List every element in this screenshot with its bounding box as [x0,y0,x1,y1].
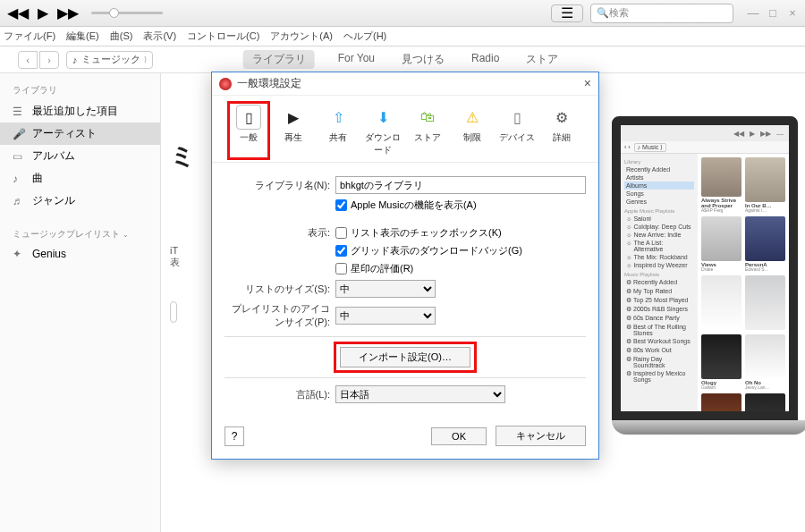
menu-file[interactable]: ファイル(F) [4,30,55,43]
tab-playback[interactable]: ▶再生 [275,105,311,156]
tab-devices[interactable]: ▯デバイス [499,105,535,156]
dialog-title: 一般環境設定 [237,76,301,91]
ok-button[interactable]: OK [431,427,487,445]
playlist-icon-size-label: プレイリストのアイコンサイズ(P): [225,302,335,329]
mini-album [701,275,741,331]
window-close[interactable]: × [785,6,800,20]
tab-advanced[interactable]: ⚙詳細 [544,105,580,156]
sidebar-header-library: ライブラリ [0,80,160,100]
grid-badge-option[interactable]: グリッド表示のダウンロードバッジ(G) [335,244,522,258]
display-label: 表示: [225,226,335,240]
forward-button[interactable]: › [39,51,59,69]
mini-sidebar: Library Recently Added Artists Albums So… [621,154,698,411]
menu-song[interactable]: 曲(S) [110,30,133,43]
sidebar-header-playlists: ミュージックプレイリスト ⌄ [0,224,160,244]
mini-album: MUMFORD & SONS [701,393,741,411]
next-track-icon[interactable]: ▶▶ [57,4,79,21]
menu-edit[interactable]: 編集(E) [66,30,99,43]
view-mode-button[interactable]: ☰ [551,4,583,22]
back-button[interactable]: ‹ [18,51,38,69]
list-icon: ☰ [13,106,25,118]
menu-account[interactable]: アカウント(A) [270,30,333,43]
mini-album [745,275,785,331]
music-icon: ♪ [72,55,78,65]
sidebar-item-artist[interactable]: 🎤アーティスト [0,122,160,145]
sidebar: ライブラリ ☰最近追加した項目 🎤アーティスト ▭アルバム ♪曲 ♬ジャンル ミ… [0,73,161,532]
mini-album: PersonAEdward S… [745,216,785,272]
prev-track-icon[interactable]: ◀◀ [7,4,29,21]
sidebar-item-genius[interactable]: ✦Genius [0,244,160,264]
language-select[interactable]: 日本語 [335,385,505,403]
guitar-icon: ♬ [13,195,25,207]
tab-library[interactable]: ライブラリ [243,50,315,69]
dialog-close-button[interactable]: × [584,76,591,90]
tab-radio[interactable]: Radio [468,50,503,69]
tab-store[interactable]: 🛍ストア [410,105,445,156]
media-type-dropdown[interactable]: ♪ ミュージック ⟩ [66,51,153,69]
tab-foryou[interactable]: For You [335,50,378,69]
list-checkbox-option[interactable]: リスト表示のチェックボックス(K) [335,226,502,240]
menu-help[interactable]: ヘルプ(H) [343,30,386,43]
menu-control[interactable]: コントロール(C) [187,30,259,43]
mic-icon: 🎤 [13,128,25,140]
mini-album: OlogyGallant [701,334,741,390]
laptop-preview: ◀◀ ▶ ▶▶ — ‹ › ♪ Music ⟩ Library Recently… [612,116,805,435]
language-label: 言語(L): [225,388,335,401]
tab-restrictions[interactable]: ⚠制限 [454,105,490,156]
search-input[interactable]: 🔍 検索 [590,4,733,23]
playlist-icon-size-select[interactable]: 中 [335,307,436,325]
sidebar-item-album[interactable]: ▭アルバム [0,145,160,167]
preference-tabs: ▯一般 ▶再生 ⇧共有 ⬇ダウンロード 🛍ストア ⚠制限 ▯デバイス ⚙詳細 [212,96,598,163]
dialog-title-bar: 一般環境設定 × [212,72,598,96]
cancel-button[interactable]: キャンセル [496,426,586,446]
mini-vol-icon: — [776,130,784,138]
sidebar-item-recent[interactable]: ☰最近追加した項目 [0,100,160,122]
menu-bar[interactable]: ファイル(F) 編集(E) 曲(S) 表示(V) コントロール(C) アカウント… [0,27,805,46]
album-icon: ▭ [13,150,25,163]
mini-album: ViewsDrake [701,216,741,272]
import-settings-button[interactable]: インポート設定(O)… [340,347,470,367]
window-minimize[interactable]: — [746,6,760,20]
song-icon: ♪ [13,173,25,185]
chevron-down-icon[interactable]: ⌄ [123,231,129,239]
tab-sharing[interactable]: ⇧共有 [320,105,356,156]
mini-album [745,393,785,411]
tab-general[interactable]: ▯一般 [231,105,267,156]
tab-browse[interactable]: 見つける [398,50,448,69]
list-size-label: リストのサイズ(S): [225,283,335,296]
mini-album-grid: Always Strive and ProsperA$AP FergIn Our… [698,154,789,411]
sidebar-item-song[interactable]: ♪曲 [0,167,160,190]
mini-next-icon: ▶▶ [760,130,771,138]
preferences-dialog: 一般環境設定 × ▯一般 ▶再生 ⇧共有 ⬇ダウンロード 🛍ストア ⚠制限 ▯デ… [211,72,599,460]
library-name-input[interactable] [335,176,586,194]
play-icon[interactable]: ▶ [38,4,48,21]
itunes-icon [219,78,232,90]
tab-store[interactable]: ストア [522,50,562,69]
title-bar: ◀◀ ▶ ▶▶ ☰ 🔍 検索 — □ × [0,0,805,27]
mini-album: Oh NoJessy Lan… [745,334,785,390]
menu-view[interactable]: 表示(V) [143,30,176,43]
genius-icon: ✦ [13,248,25,260]
sidebar-item-genre[interactable]: ♬ジャンル [0,190,160,212]
help-button[interactable]: ? [225,426,244,446]
apple-music-checkbox[interactable]: Apple Musicの機能を表示(A) [335,198,477,212]
mini-prev-icon: ◀◀ [733,130,744,138]
volume-slider[interactable] [91,12,163,14]
chevron-icon: ⟩ [144,55,147,63]
mini-dropdown: ♪ Music ⟩ [634,143,667,152]
nav-bar: ‹ › ♪ ミュージック ⟩ ライブラリ For You 見つける Radio … [0,46,805,73]
mini-album: In Our B…Against t… [745,157,785,213]
list-size-select[interactable]: 中 [335,280,436,298]
window-maximize[interactable]: □ [766,6,780,20]
tab-download[interactable]: ⬇ダウンロード [365,105,401,156]
mini-album: Always Strive and ProsperA$AP Ferg [701,157,741,213]
library-name-label: ライブラリ名(N): [225,179,335,192]
star-rating-option[interactable]: 星印の評価(R) [335,262,413,275]
mini-play-icon: ▶ [750,130,755,138]
